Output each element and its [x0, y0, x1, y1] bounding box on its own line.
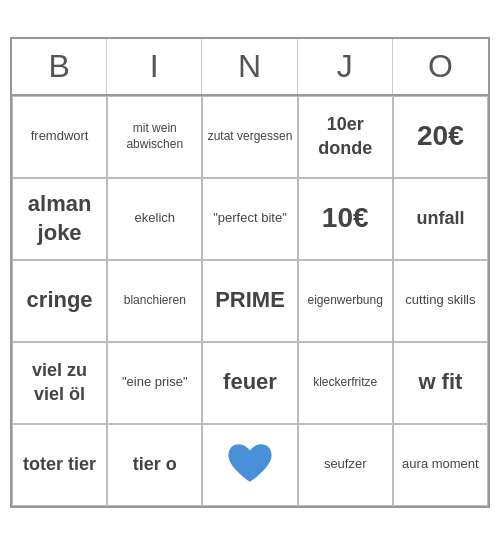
cell-r2-c1: blanchieren — [107, 260, 202, 342]
cell-r1-c0: alman joke — [12, 178, 107, 260]
cell-r1-c4: unfall — [393, 178, 488, 260]
cell-r0-c3: 10er donde — [298, 96, 393, 178]
cell-r4-c1: tier o — [107, 424, 202, 506]
cell-r1-c1: ekelich — [107, 178, 202, 260]
cell-r3-c1: "eine prise" — [107, 342, 202, 424]
cell-r2-c2: PRIME — [202, 260, 297, 342]
cell-r0-c1: mit wein abwischen — [107, 96, 202, 178]
cell-r4-c2 — [202, 424, 297, 506]
header-letter-n: N — [202, 39, 297, 94]
header-letter-o: O — [393, 39, 488, 94]
cell-r3-c3: kleckerfritze — [298, 342, 393, 424]
cell-r3-c0: viel zu viel öl — [12, 342, 107, 424]
bingo-header: BINJO — [12, 39, 488, 94]
cell-r0-c4: 20€ — [393, 96, 488, 178]
cell-r0-c2: zutat vergessen — [202, 96, 297, 178]
cell-r0-c0: fremdwort — [12, 96, 107, 178]
cell-r2-c0: cringe — [12, 260, 107, 342]
bingo-grid: fremdwortmit wein abwischenzutat vergess… — [12, 94, 488, 506]
cell-r3-c2: feuer — [202, 342, 297, 424]
cell-r1-c3: 10€ — [298, 178, 393, 260]
cell-r4-c0: toter tier — [12, 424, 107, 506]
cell-r4-c3: seufzer — [298, 424, 393, 506]
cell-r2-c3: eigenwerbung — [298, 260, 393, 342]
cell-r2-c4: cutting skills — [393, 260, 488, 342]
header-letter-j: J — [298, 39, 393, 94]
cell-r4-c4: aura moment — [393, 424, 488, 506]
cell-r1-c2: "perfect bite" — [202, 178, 297, 260]
bingo-card: BINJO fremdwortmit wein abwischenzutat v… — [10, 37, 490, 508]
header-letter-b: B — [12, 39, 107, 94]
header-letter-i: I — [107, 39, 202, 94]
cell-r3-c4: w fit — [393, 342, 488, 424]
